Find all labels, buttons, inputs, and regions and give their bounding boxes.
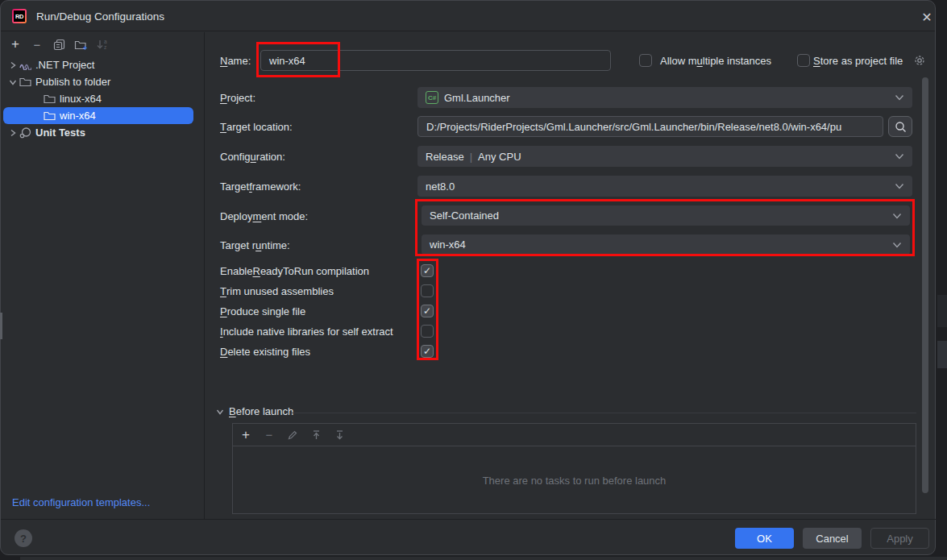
svg-text:z: z [104, 44, 106, 50]
before-launch-toolbar: + − [233, 424, 916, 446]
chevron-right-icon [7, 60, 19, 70]
chevron-down-icon [895, 94, 904, 102]
dotnet-icon [19, 59, 31, 72]
sort-alphabetically-icon[interactable]: az [95, 37, 110, 52]
dialog-title: Run/Debug Configurations [36, 1, 164, 31]
allow-multiple-instances-checkbox[interactable] [639, 54, 652, 67]
target-framework-select[interactable]: net8.0 [417, 176, 912, 197]
title-bar: RD Run/Debug Configurations ✕ [1, 1, 935, 31]
run-debug-configurations-dialog: RD Run/Debug Configurations ✕ + − + az .… [0, 0, 936, 555]
produce-single-file-label: Produce single file [220, 305, 305, 317]
help-icon[interactable]: ? [15, 529, 32, 547]
edit-configuration-templates-link[interactable]: Edit configuration templates... [12, 496, 150, 508]
delete-existing-files-label: Delete existing files [220, 345, 310, 358]
enable-readytorun-label: Enable ReadyToRun compilation [220, 264, 369, 277]
project-label: Project: [220, 87, 255, 108]
before-launch-empty-text: There are no tasks to run before launch [233, 446, 916, 514]
section-divider [291, 413, 916, 413]
tree-item-linux-x64[interactable]: linux-x64 [1, 90, 204, 107]
chevron-down-icon [215, 407, 225, 417]
csharp-icon: C# [426, 91, 438, 104]
deployment-mode-label: Deployment mode: [220, 205, 308, 226]
store-as-project-file-checkbox[interactable] [797, 54, 810, 67]
chevron-down-icon [7, 77, 19, 87]
target-framework-label: Target framework: [220, 176, 301, 197]
store-as-project-file-label: Store as project file [813, 54, 903, 67]
gear-icon[interactable] [912, 53, 927, 68]
trim-unused-assemblies-checkbox[interactable] [421, 284, 434, 297]
ok-button[interactable]: OK [735, 528, 794, 549]
target-runtime-label: Target runtime: [220, 234, 290, 255]
chevron-down-icon [895, 183, 904, 190]
ide-background-patch [937, 341, 947, 368]
ide-tool-window-stripe [0, 313, 2, 339]
new-folder-icon[interactable]: + [73, 37, 88, 52]
target-location-input[interactable]: D:/Projects/RiderProjects/Gml.Launcher/s… [417, 116, 883, 137]
close-icon[interactable]: ✕ [916, 6, 937, 27]
cancel-button[interactable]: Cancel [803, 528, 862, 549]
svg-text:+: + [83, 44, 87, 51]
remove-task-icon[interactable]: − [263, 429, 276, 442]
sidebar-toolbar: + − + az [1, 32, 204, 56]
tree-item-dotnet-project[interactable]: .NET Project [1, 56, 204, 73]
before-launch-panel: + − There are no tasks to run before lau… [232, 423, 916, 514]
enable-readytorun-checkbox[interactable] [421, 264, 434, 277]
folder-icon [43, 110, 56, 122]
svg-text:a: a [104, 39, 107, 44]
unit-tests-icon [19, 127, 31, 139]
add-task-icon[interactable]: + [239, 429, 252, 442]
include-native-libraries-checkbox[interactable] [421, 325, 434, 338]
footer-divider [1, 519, 937, 520]
folder-icon [43, 93, 56, 106]
delete-existing-files-checkbox[interactable] [421, 345, 434, 358]
name-input[interactable]: win-x64 [260, 50, 611, 71]
include-native-libraries-label: Include native libraries for self extrac… [220, 325, 393, 338]
ide-background-strip [20, 557, 947, 560]
move-up-icon[interactable] [309, 429, 322, 442]
edit-task-icon[interactable] [286, 429, 299, 442]
before-launch-title: Before launch [229, 405, 293, 417]
deployment-mode-select[interactable]: Self-Contained [422, 205, 910, 226]
move-down-icon[interactable] [333, 429, 346, 442]
target-runtime-select[interactable]: win-x64 [422, 234, 910, 255]
apply-button[interactable]: Apply [870, 528, 929, 549]
chevron-down-icon [895, 153, 904, 160]
tree-item-unit-tests[interactable]: Unit Tests [1, 124, 204, 141]
search-icon [895, 121, 907, 133]
target-location-label: Target location: [220, 116, 293, 137]
name-label: Name: [220, 50, 251, 71]
trim-unused-assemblies-label: Trim unused assemblies [220, 284, 334, 297]
configuration-select[interactable]: Release | Any CPU [417, 146, 912, 167]
chevron-down-icon [892, 241, 902, 248]
produce-single-file-checkbox[interactable] [421, 305, 434, 317]
project-select[interactable]: C# Gml.Launcher [417, 87, 912, 108]
configurations-tree: .NET Project Publish to folder linux-x64… [1, 56, 204, 141]
tree-item-publish-to-folder[interactable]: Publish to folder [1, 73, 204, 90]
remove-configuration-icon[interactable]: − [30, 37, 44, 52]
copy-configuration-icon[interactable] [52, 37, 66, 52]
tree-item-win-x64-selected[interactable]: win-x64 [3, 107, 193, 124]
chevron-down-icon [892, 212, 902, 219]
vertical-scrollbar[interactable] [922, 77, 928, 493]
browse-button[interactable] [888, 116, 912, 137]
configurations-sidebar: + − + az .NET Project Publish to folder [1, 32, 205, 519]
rider-app-icon: RD [12, 9, 27, 23]
ide-background-patch [937, 295, 947, 327]
folder-icon [19, 76, 31, 89]
configuration-label: Configuration: [220, 146, 285, 167]
allow-multiple-instances-label: Allow multiple instances [660, 54, 771, 67]
add-configuration-icon[interactable]: + [8, 37, 23, 52]
chevron-right-icon [7, 128, 19, 138]
before-launch-header[interactable]: Before launch [215, 405, 293, 417]
